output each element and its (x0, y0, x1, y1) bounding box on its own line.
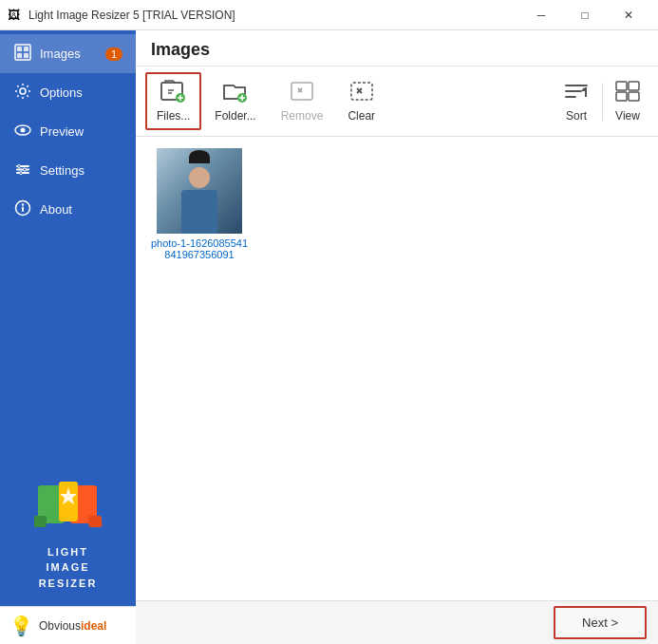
clear-label: Clear (348, 109, 375, 123)
image-name: photo-1-1626085541841967356091 (151, 237, 248, 260)
footer: Next > (136, 600, 658, 644)
svg-rect-29 (585, 87, 587, 97)
sidebar-item-preview[interactable]: Preview (0, 112, 136, 151)
logo-line3: RESIZER (39, 576, 98, 592)
svg-rect-1 (17, 47, 22, 51)
files-button[interactable]: Files... (145, 72, 201, 130)
folder-label: Folder... (215, 109, 255, 123)
window-controls: ─ □ ✕ (519, 0, 650, 30)
content-panel: Images Files... (136, 30, 658, 644)
images-badge: 1 (105, 47, 122, 61)
svg-point-16 (22, 203, 24, 205)
svg-rect-15 (22, 207, 24, 213)
svg-rect-2 (24, 47, 28, 51)
person-body (181, 190, 217, 234)
files-icon (160, 80, 187, 107)
view-label: View (615, 109, 640, 123)
svg-rect-3 (17, 53, 22, 58)
svg-rect-30 (616, 82, 627, 90)
logo-line2: IMAGE (39, 559, 98, 576)
remove-label: Remove (281, 109, 324, 123)
svg-point-12 (24, 168, 27, 171)
folder-icon (222, 80, 249, 107)
svg-point-11 (18, 165, 21, 168)
next-button[interactable]: Next > (554, 606, 647, 639)
minimize-button[interactable]: ─ (519, 0, 563, 30)
preview-icon (13, 122, 32, 142)
sidebar-bottom: LIGHT IMAGE RESIZER (0, 451, 136, 607)
maximize-button[interactable]: □ (563, 0, 607, 30)
image-thumbnail (157, 148, 242, 234)
sidebar-item-images-label: Images (40, 47, 81, 61)
toolbar-divider (602, 83, 603, 121)
settings-icon (13, 161, 32, 180)
sort-label: Sort (566, 109, 587, 123)
page-title: Images (136, 30, 658, 66)
app-logo (34, 466, 103, 535)
sidebar-item-images[interactable]: Images 1 (0, 34, 136, 73)
sidebar-item-options[interactable]: Options (0, 73, 136, 112)
thumbnail-bg (157, 148, 242, 234)
svg-rect-20 (87, 516, 102, 527)
files-label: Files... (157, 109, 190, 123)
view-button[interactable]: View (607, 74, 649, 128)
view-icon (614, 80, 641, 107)
image-area: photo-1-1626085541841967356091 (136, 137, 658, 600)
hair (189, 150, 210, 163)
svg-rect-18 (34, 516, 47, 527)
sidebar: Images 1 Options (0, 30, 136, 644)
svg-rect-4 (24, 53, 28, 58)
images-icon (13, 44, 32, 64)
clear-button[interactable]: Clear (336, 72, 386, 130)
sidebar-item-about[interactable]: About (0, 190, 136, 229)
toolbar-right: Sort View (555, 74, 649, 128)
titlebar-title: Light Image Resizer 5 [TRIAL VERSION] (28, 9, 519, 22)
toolbar: Files... Folder... (136, 66, 658, 137)
close-button[interactable]: ✕ (607, 0, 650, 30)
sidebar-item-about-label: About (40, 202, 72, 217)
sidebar-item-settings-label: Settings (40, 163, 85, 178)
obviousideal-accent: ideal (81, 619, 106, 633)
app-icon: 🖼 (8, 8, 23, 23)
logo-line1: LIGHT (39, 544, 98, 560)
obviousideal-label: Obviousideal (39, 619, 106, 633)
remove-button[interactable]: Remove (270, 72, 335, 130)
sidebar-item-settings[interactable]: Settings (0, 151, 136, 190)
sidebar-item-preview-label: Preview (40, 124, 84, 139)
about-icon (13, 199, 32, 219)
person-head (189, 167, 210, 188)
obviousideal-bar: 💡 Obviousideal (0, 606, 136, 644)
sort-button[interactable]: Sort (555, 74, 598, 128)
image-item[interactable]: photo-1-1626085541841967356091 (147, 148, 252, 260)
person-figure (176, 167, 223, 234)
svg-rect-28 (351, 83, 372, 100)
titlebar: 🖼 Light Image Resizer 5 [TRIAL VERSION] … (0, 0, 658, 30)
clear-icon (348, 80, 375, 107)
remove-icon (289, 80, 315, 107)
svg-rect-31 (629, 82, 639, 90)
svg-point-5 (20, 88, 26, 94)
svg-rect-32 (616, 92, 627, 101)
main-layout: Images 1 Options (0, 30, 658, 644)
sidebar-item-options-label: Options (40, 85, 83, 100)
svg-rect-33 (629, 92, 639, 101)
sidebar-nav: Images 1 Options (0, 30, 136, 451)
options-icon (13, 83, 32, 103)
sort-icon (562, 80, 591, 107)
logo-text: LIGHT IMAGE RESIZER (39, 544, 98, 592)
svg-point-7 (21, 128, 26, 133)
obviousideal-icon: 💡 (9, 615, 33, 637)
svg-point-13 (20, 172, 23, 175)
folder-button[interactable]: Folder... (203, 72, 267, 130)
